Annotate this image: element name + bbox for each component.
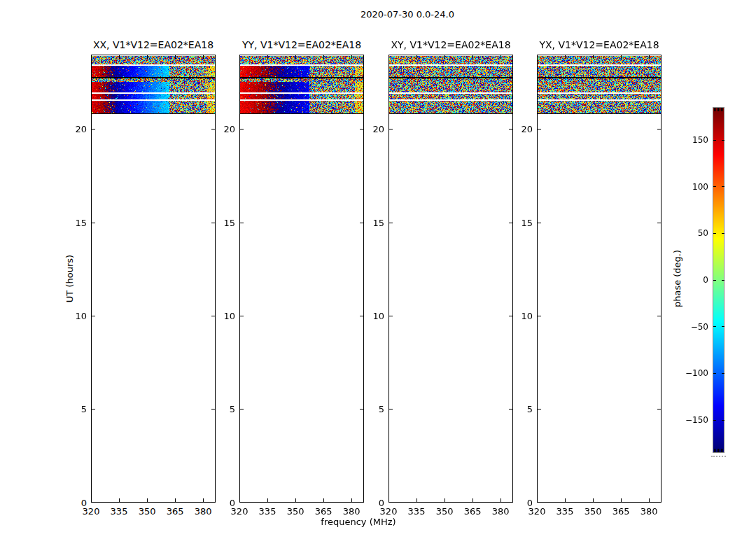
x-tick-label: 320 (380, 506, 398, 517)
colorbar-tick (713, 373, 716, 374)
y-tick (657, 316, 661, 316)
y-tick-label: 5 (349, 404, 384, 414)
x-tick-label: 365 (167, 506, 184, 517)
x-tick-label: 350 (139, 506, 156, 517)
figure-title: 2020-07-30 0.0-24.0 (360, 9, 454, 20)
y-tick (240, 223, 244, 223)
x-tick-label: 350 (584, 506, 602, 517)
y-tick (92, 316, 95, 316)
x-tick (203, 55, 204, 59)
colorbar-tick (713, 186, 716, 187)
y-tick (657, 223, 661, 223)
colorbar-extend-dots (711, 456, 726, 457)
x-tick-label: 335 (111, 506, 128, 517)
colorbar-tick (713, 140, 716, 141)
x-tick (295, 55, 296, 59)
x-tick (565, 498, 566, 502)
x-tick-label: 320 (231, 506, 248, 517)
x-tick (621, 55, 622, 59)
x-tick (147, 498, 148, 502)
y-tick (538, 409, 541, 410)
heatmap-canvas-yy (240, 55, 363, 502)
colorbar-tick (722, 326, 724, 327)
y-tick-label: 15 (349, 218, 384, 228)
x-tick (351, 55, 352, 59)
colorbar-tick (713, 326, 716, 327)
y-tick (92, 409, 95, 410)
x-tick-label: 350 (436, 506, 454, 517)
y-tick-label: 5 (498, 404, 533, 414)
colorbar-tick-label: 50 (680, 228, 708, 238)
y-tick-label: 20 (349, 124, 384, 134)
x-tick (295, 498, 296, 502)
y-tick (538, 129, 541, 130)
y-tick-label: 0 (52, 498, 87, 508)
colorbar-tick (722, 420, 724, 421)
y-axis-label: UT (hours) (64, 255, 75, 302)
y-tick-label: 15 (200, 218, 235, 228)
y-tick (389, 409, 393, 410)
x-tick-label: 320 (528, 506, 546, 517)
x-tick (175, 498, 176, 502)
x-tick-label: 335 (556, 506, 574, 517)
x-tick (119, 55, 120, 59)
colorbar-tick-label: −50 (680, 322, 708, 332)
y-tick (389, 129, 393, 130)
y-tick-label: 0 (200, 498, 235, 508)
x-tick-label: 320 (83, 506, 100, 517)
y-tick (538, 316, 541, 316)
heatmap-canvas-xx (92, 55, 215, 502)
panel-title: XY, V1*V12=EA02*EA18 (391, 39, 510, 50)
x-tick (649, 55, 650, 59)
x-tick (267, 55, 268, 59)
x-tick (416, 55, 417, 59)
x-tick-label: 365 (315, 506, 332, 517)
x-tick-label: 350 (287, 506, 304, 517)
colorbar-tick (713, 280, 716, 281)
y-tick-label: 15 (52, 218, 87, 228)
y-tick-label: 20 (498, 124, 533, 134)
x-tick (500, 55, 501, 59)
x-tick (472, 55, 473, 59)
x-tick (593, 498, 594, 502)
y-tick-label: 0 (349, 498, 384, 508)
colorbar-tick (722, 140, 724, 141)
heatmap-canvas-xy (389, 55, 512, 502)
x-tick-label: 335 (408, 506, 426, 517)
x-tick (175, 55, 176, 59)
y-tick-label: 20 (52, 124, 87, 134)
y-tick-label: 15 (498, 218, 533, 228)
y-tick-label: 10 (498, 311, 533, 321)
y-tick (92, 223, 95, 223)
y-tick-label: 10 (52, 311, 87, 321)
colorbar-tick (722, 373, 724, 374)
colorbar-tick (713, 233, 716, 234)
y-tick (389, 316, 393, 316)
colorbar-tick (713, 420, 716, 421)
x-tick-label: 365 (612, 506, 630, 517)
x-tick (323, 55, 324, 59)
y-tick-label: 5 (200, 404, 235, 414)
colorbar-tick (722, 186, 724, 187)
x-tick (416, 498, 417, 502)
panel-title: XX, V1*V12=EA02*EA18 (93, 39, 214, 50)
x-tick (323, 498, 324, 502)
y-tick (657, 129, 661, 130)
colorbar-tick-label: −100 (680, 368, 708, 378)
y-tick-label: 10 (200, 311, 235, 321)
y-tick-label: 10 (349, 311, 384, 321)
figure: 2020-07-30 0.0-24.0 XX, V1*V12=EA02*EA18… (0, 0, 735, 560)
y-tick (240, 409, 244, 410)
colorbar-tick (722, 233, 724, 234)
x-tick (472, 498, 473, 502)
x-tick (444, 498, 445, 502)
x-tick (147, 55, 148, 59)
x-tick-label: 365 (464, 506, 482, 517)
x-tick (267, 498, 268, 502)
colorbar-tick-label: −150 (680, 415, 708, 425)
y-tick (240, 129, 244, 130)
panel-title: YX, V1*V12=EA02*EA18 (539, 39, 659, 50)
y-tick (240, 316, 244, 316)
y-tick (92, 129, 95, 130)
y-tick-label: 0 (498, 498, 533, 508)
